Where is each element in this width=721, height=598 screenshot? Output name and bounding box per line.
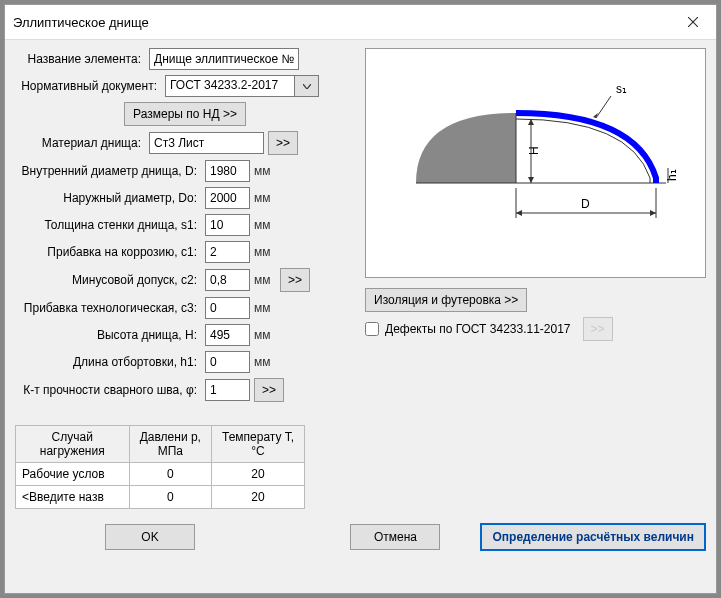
cell-t: 20 (212, 463, 305, 486)
label-corr-c1: Прибавка на коррозию, c1: (15, 245, 201, 259)
cell-name: <Введите назв (16, 486, 130, 509)
H-input[interactable] (205, 324, 250, 346)
cancel-button[interactable]: Отмена (350, 524, 440, 550)
unit-mm: мм (254, 245, 276, 259)
label-weld-phi: К-т прочности сварного шва, φ: (15, 383, 201, 397)
svg-text:s₁: s₁ (616, 82, 627, 96)
svg-text:h₁: h₁ (665, 169, 679, 181)
material-input[interactable] (149, 132, 264, 154)
label-height-H: Высота днища, H: (15, 328, 201, 342)
phi-more-button[interactable]: >> (254, 378, 284, 402)
inner-d-input[interactable] (205, 160, 250, 182)
svg-text:D: D (581, 197, 590, 211)
close-button[interactable] (678, 11, 708, 33)
chevron-down-icon (303, 84, 311, 89)
footer: OK Отмена Определение расчётных величин (15, 509, 706, 551)
cell-p: 0 (129, 486, 212, 509)
close-icon (688, 17, 698, 27)
load-cases-table: Случай нагружения Давлени p, МПа Темпера… (15, 425, 305, 509)
load-cases-panel: Случай нагружения Давлени p, МПа Темпера… (15, 415, 706, 509)
ellipse-head-diagram: s₁ D H h₁ (386, 63, 686, 263)
label-material: Материал днища: (15, 136, 145, 150)
defects-more-button: >> (583, 317, 613, 341)
unit-mm: мм (254, 273, 276, 287)
right-panel: s₁ D H h₁ (365, 48, 706, 407)
c2-more-button[interactable]: >> (280, 268, 310, 292)
label-flange-h1: Длина отбортовки, h1: (15, 355, 201, 369)
table-row[interactable]: Рабочие услов 0 20 (16, 463, 305, 486)
col-case: Случай нагружения (16, 426, 130, 463)
unit-mm: мм (254, 191, 276, 205)
s1-input[interactable] (205, 214, 250, 236)
label-defects: Дефекты по ГОСТ 34233.11-2017 (385, 322, 571, 336)
col-temp: Температу T, °C (212, 426, 305, 463)
sizes-button[interactable]: Размеры по НД >> (124, 102, 246, 126)
label-outer-d: Наружный диаметр, Do: (15, 191, 201, 205)
label-inner-d: Внутренний диаметр днища, D: (15, 164, 201, 178)
svg-line-3 (596, 96, 611, 118)
label-minus-c2: Минусовой допуск, c2: (15, 273, 201, 287)
unit-mm: мм (254, 328, 276, 342)
unit-mm: мм (254, 355, 276, 369)
cell-name: Рабочие услов (16, 463, 130, 486)
defects-checkbox[interactable] (365, 322, 379, 336)
titlebar: Эллиптическое днище (5, 5, 716, 40)
label-tech-c3: Прибавка технологическая, c3: (15, 301, 201, 315)
ok-button[interactable]: OK (105, 524, 195, 550)
c3-input[interactable] (205, 297, 250, 319)
norm-doc-select[interactable]: ГОСТ 34233.2-2017 (165, 75, 295, 97)
label-element-name: Название элемента: (15, 52, 145, 66)
label-norm-doc: Нормативный документ: (15, 79, 161, 93)
h1-input[interactable] (205, 351, 250, 373)
unit-mm: мм (254, 218, 276, 232)
c1-input[interactable] (205, 241, 250, 263)
material-more-button[interactable]: >> (268, 131, 298, 155)
unit-mm: мм (254, 301, 276, 315)
calc-button[interactable]: Определение расчётных величин (480, 523, 706, 551)
element-name-input[interactable] (149, 48, 299, 70)
cell-t: 20 (212, 486, 305, 509)
outer-d-input[interactable] (205, 187, 250, 209)
label-wall-s1: Толщина стенки днища, s1: (15, 218, 201, 232)
norm-doc-dropdown-button[interactable] (295, 75, 319, 97)
phi-input[interactable] (205, 379, 250, 401)
dialog-window: Эллиптическое днище Название элемента: Н… (4, 4, 717, 594)
c2-input[interactable] (205, 269, 250, 291)
diagram-preview: s₁ D H h₁ (365, 48, 706, 278)
cell-p: 0 (129, 463, 212, 486)
unit-mm: мм (254, 164, 276, 178)
svg-text:H: H (527, 146, 541, 155)
col-pressure: Давлени p, МПа (129, 426, 212, 463)
window-title: Эллиптическое днище (13, 15, 149, 30)
form-panel: Название элемента: Нормативный документ:… (15, 48, 355, 407)
table-row[interactable]: <Введите назв 0 20 (16, 486, 305, 509)
dialog-body: Название элемента: Нормативный документ:… (5, 40, 716, 593)
insulation-button[interactable]: Изоляция и футеровка >> (365, 288, 527, 312)
